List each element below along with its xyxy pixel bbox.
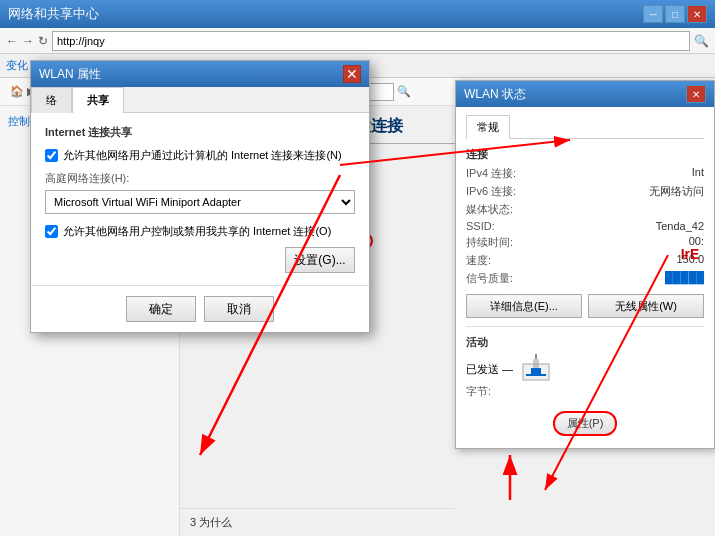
wlan-dialog-title: WLAN 属性 xyxy=(39,66,101,83)
svg-rect-2 xyxy=(531,368,541,374)
dialog-tab-share[interactable]: 共享 xyxy=(72,87,124,113)
wlan-status-tabs: 常规 xyxy=(466,115,704,139)
dialog-body: Internet 连接共享 允许其他网络用户通过此计算机的 Internet 连… xyxy=(31,113,369,285)
wlan-status-close-button[interactable]: ✕ xyxy=(686,85,706,103)
activity-section: 活动 已发送 — 字节: xyxy=(466,326,704,399)
dialog-tabs: 络 共享 xyxy=(31,87,369,113)
wlan-status-content: 常规 连接 IPv4 连接: Int IPv6 连接: 无网络访问 媒体状态: … xyxy=(456,107,714,448)
dialog-footer: 确定 取消 xyxy=(31,285,369,332)
allow-sharing-checkbox[interactable] xyxy=(45,149,58,162)
wlan-properties-dialog: WLAN 属性 ✕ 络 共享 Internet 连接共享 允许其他网络用户通过此… xyxy=(30,60,370,333)
ok-button[interactable]: 确定 xyxy=(126,296,196,322)
ssid-value: Tenda_42 xyxy=(656,220,704,232)
refresh-button[interactable]: ↻ xyxy=(38,34,48,48)
activity-row: 已发送 — xyxy=(466,354,704,384)
forward-button[interactable]: → xyxy=(22,34,34,48)
ssid-label: SSID: xyxy=(466,220,536,232)
dialog-tab-network[interactable]: 络 xyxy=(31,87,72,113)
panel-buttons: 详细信息(E)... 无线属性(W) xyxy=(466,294,704,318)
bytes-label: 字节: xyxy=(466,384,536,399)
svg-rect-3 xyxy=(533,359,539,368)
properties-button[interactable]: 属性(P) xyxy=(553,411,618,436)
connection-header: 连接 xyxy=(466,147,704,162)
duration-label: 持续时间: xyxy=(466,235,536,250)
close-button[interactable]: ✕ xyxy=(687,5,707,23)
maximize-button[interactable]: □ xyxy=(665,5,685,23)
ire-annotation: IrE xyxy=(665,241,715,266)
back-button[interactable]: ← xyxy=(6,34,18,48)
dialog-section-title: Internet 连接共享 xyxy=(45,125,355,140)
ipv6-label: IPv6 连接: xyxy=(466,184,536,199)
wlan-status-title-bar: WLAN 状态 ✕ xyxy=(456,81,714,107)
url-text: http://jnqy xyxy=(57,35,105,47)
wlan-status-tab-general[interactable]: 常规 xyxy=(466,115,510,139)
adapter-dropdown[interactable]: Microsoft Virtual WiFi Miniport Adapter xyxy=(45,190,355,214)
settings-button[interactable]: 设置(G)... xyxy=(285,247,355,273)
ipv4-value: Int xyxy=(692,166,704,181)
allow-control-label: 允许其他网络用户控制或禁用我共享的 Internet 连接(O) xyxy=(63,224,331,239)
properties-btn-container: 属性(P) xyxy=(466,407,704,440)
bottom-bar: 3 为什么 xyxy=(180,508,455,536)
wireless-properties-button[interactable]: 无线属性(W) xyxy=(588,294,704,318)
details-button[interactable]: 详细信息(E)... xyxy=(466,294,582,318)
bytes-row: 字节: xyxy=(466,384,704,399)
ipv4-label: IPv4 连接: xyxy=(466,166,536,181)
allow-sharing-label: 允许其他网络用户通过此计算机的 Internet 连接来连接(N) xyxy=(63,148,342,163)
url-bar[interactable]: http://jnqy xyxy=(52,31,690,51)
wlan-dialog-close-button[interactable]: ✕ xyxy=(343,65,361,83)
bottom-question: 3 为什么 xyxy=(190,515,232,530)
breadcrumb-home-icon: 🏠 xyxy=(10,85,24,98)
media-label: 媒体状态: xyxy=(466,202,536,217)
network-activity-icon xyxy=(521,354,551,384)
sent-label: 已发送 — xyxy=(466,362,513,377)
homegroup-connection-label: 高庭网络连接(H): xyxy=(45,171,355,186)
activity-header: 活动 xyxy=(466,335,704,350)
svg-rect-1 xyxy=(526,374,546,376)
ipv6-value: 无网络访问 xyxy=(649,184,704,199)
title-bar: 网络和共享中心 ─ □ ✕ xyxy=(0,0,715,28)
checkbox-row-1: 允许其他网络用户通过此计算机的 Internet 连接来连接(N) xyxy=(45,148,355,163)
title-bar-buttons: ─ □ ✕ xyxy=(643,5,707,23)
wlan-status-title: WLAN 状态 xyxy=(464,86,526,103)
browser-bar: ← → ↻ http://jnqy 🔍 xyxy=(0,28,715,54)
signal-label: 信号质量: xyxy=(466,271,536,286)
allow-control-checkbox[interactable] xyxy=(45,225,58,238)
wlan-dialog-title-bar: WLAN 属性 ✕ xyxy=(31,61,369,87)
cancel-button[interactable]: 取消 xyxy=(204,296,274,322)
checkbox-row-2: 允许其他网络用户控制或禁用我共享的 Internet 连接(O) xyxy=(45,224,355,239)
speed-label: 速度: xyxy=(466,253,536,268)
signal-value: █████ xyxy=(665,271,704,286)
breadcrumb-search-icon: 🔍 xyxy=(397,85,411,98)
search-button[interactable]: 🔍 xyxy=(694,34,709,48)
window-title: 网络和共享中心 xyxy=(8,5,99,23)
minimize-button[interactable]: ─ xyxy=(643,5,663,23)
